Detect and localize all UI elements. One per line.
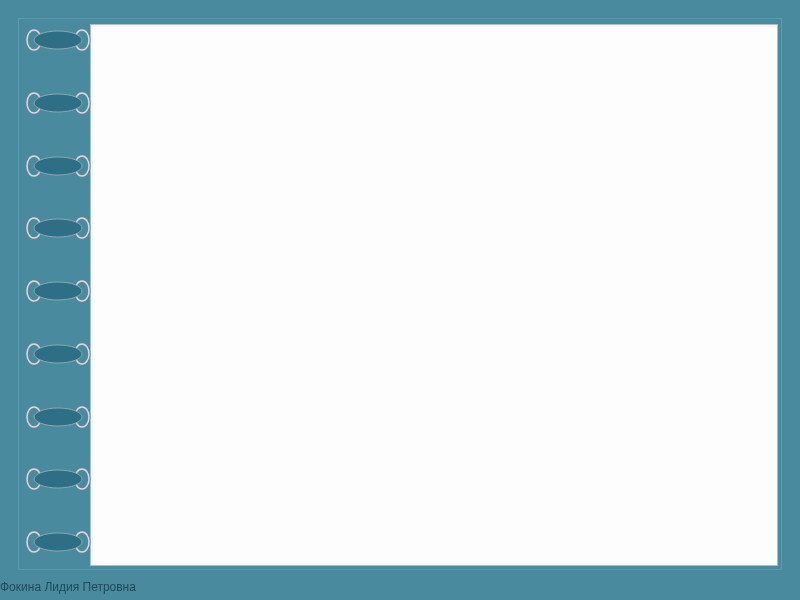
binder-ring (26, 530, 90, 554)
binder-ring (26, 467, 90, 491)
svg-point-9 (34, 94, 82, 112)
binder-ring (26, 405, 90, 429)
binder-ring (26, 216, 90, 240)
binder-ring (26, 342, 90, 366)
svg-point-39 (34, 470, 82, 488)
notebook-page (90, 24, 778, 566)
svg-point-4 (34, 31, 82, 49)
svg-point-19 (34, 219, 82, 237)
svg-point-44 (34, 533, 82, 551)
svg-point-14 (34, 157, 82, 175)
svg-point-34 (34, 408, 82, 426)
spiral-binding (26, 28, 96, 554)
author-credit: Фокина Лидия Петровна (0, 580, 136, 594)
binder-ring (26, 91, 90, 115)
binder-ring (26, 279, 90, 303)
binder-ring (26, 154, 90, 178)
svg-point-29 (34, 345, 82, 363)
svg-point-24 (34, 282, 82, 300)
binder-ring (26, 28, 90, 52)
